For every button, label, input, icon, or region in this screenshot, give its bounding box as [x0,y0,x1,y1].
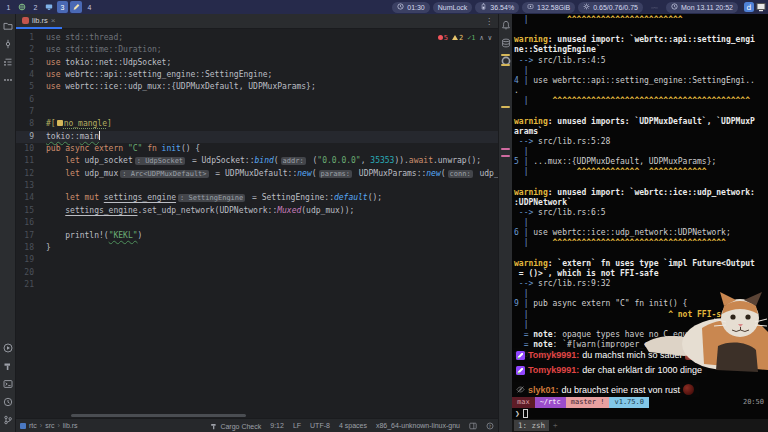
terminal-line [514,106,768,116]
cpu-graph-module [646,2,663,13]
code-line-7[interactable]: 7 [16,106,498,118]
run-tool-icon[interactable] [2,342,14,354]
stripe-mark-warning[interactable] [501,54,510,56]
commit-tool-icon[interactable] [2,38,14,50]
stripe-mark-warning[interactable] [501,64,510,66]
folder-tool-icon[interactable] [2,20,14,32]
status-lf[interactable]: LF [293,422,301,429]
status-utf-8[interactable]: UTF-8 [310,422,330,429]
code-line-1[interactable]: 1use std::thread; [16,32,498,44]
help-icon[interactable]: ? [486,422,494,430]
clock-icon [397,3,404,11]
terminal-tool-icon[interactable] [2,378,14,390]
prev-problem-icon[interactable]: ∧ [480,32,484,44]
branch-tool-icon[interactable] [2,414,14,426]
code-line-17[interactable]: 17 println!("KEKL") [16,230,498,242]
prompt-segment: master ! [566,397,610,408]
inspections-widget[interactable]: 5 2 ✓1 ∧ ∨ [438,32,492,44]
breadcrumb-rtc[interactable]: rtc [29,422,37,429]
layout-icon[interactable] [469,422,477,430]
tmux-new-window[interactable]: + [553,421,558,430]
code-line-13[interactable]: 13 [16,180,498,192]
code-line-19[interactable]: 19 [16,254,498,266]
code-line-21[interactable]: 21 [16,279,498,291]
code-line-12[interactable]: 12 let udp_mux: Arc<UDPMuxDefault> = UDP… [16,168,498,180]
code-line-10[interactable]: 10pub async extern "C" fn init() { [16,143,498,155]
next-problem-icon[interactable]: ∨ [488,32,492,44]
terminal-window[interactable]: | ^^^^^^^^^^^^^^^^^^^^^^^^ warning: unus… [512,14,768,432]
display-tray-icon[interactable] [756,2,766,12]
terminal-line: warning: unused import: `webrtc::api::se… [514,35,768,45]
workspace-3-edit-icon[interactable] [70,1,82,13]
workspace-2[interactable]: 2 [30,1,41,13]
svg-text:?: ? [489,423,492,428]
tmux-window-zsh[interactable]: 1: zsh [514,420,549,431]
stripe-mark-warning[interactable] [501,106,510,108]
editor-options-kebab-icon[interactable]: ⋮ [480,17,498,26]
code-line-14[interactable]: 14 let mut settings_engine: SettingEngin… [16,192,498,204]
workspace-4[interactable]: 4 [84,1,95,13]
intention-bulb-icon[interactable] [57,120,63,126]
workspace-list: 1234 [0,1,96,13]
line-number: 21 [16,279,46,291]
terminal-cursor [523,409,528,418]
terminal-line: | ^^^^^^^^^^^^^^^^^^^^^^^^^^^^^^^^^^^^^^… [514,96,768,106]
tab-close-icon[interactable]: × [51,16,56,25]
numlock-module-text: NumLock [438,4,468,11]
code-line-8[interactable]: 8#[no_mangle] [16,118,498,130]
db-tool-icon[interactable] [500,37,512,49]
breadcrumb-src[interactable]: src [45,422,54,429]
discord-tray-icon[interactable]: d [744,2,754,12]
code-line-5[interactable]: 5use webrtc::ice::udp_mux::{UDPMuxDefaul… [16,81,498,93]
line-number: 13 [16,180,46,192]
code-line-15[interactable]: 15 settings_engine.set_udp_network(UDPNe… [16,205,498,217]
code-line-11[interactable]: 11 let udp_socket: UdpSocket = UdpSocket… [16,155,498,167]
terminal-line: | ^^^^^^^^^^^^^^^^^^^^^^^^ [514,15,768,25]
bell-tool-icon[interactable] [500,19,512,31]
code-line-3[interactable]: 3use tokio::net::UdpSocket; [16,57,498,69]
history-tool-icon[interactable] [2,396,14,408]
code-line-16[interactable]: 16 [16,217,498,229]
battery-icon [480,3,487,11]
line-number: 10 [16,143,46,155]
more-tool-icon[interactable] [2,74,14,86]
code-line-20[interactable]: 20 [16,267,498,279]
svg-text:d: d [747,3,752,12]
project-icon [20,423,26,429]
tab-lib-rs[interactable]: lib.rs × [16,14,62,29]
ide-right-toolbar [498,14,512,432]
code-line-4[interactable]: 4use webrtc::api::setting_engine::Settin… [16,69,498,81]
error-count[interactable]: 5 [438,32,448,44]
terminal-line: ne::SettingEngine` [514,45,768,55]
status-cargo-check[interactable]: Cargo Check [210,422,261,430]
code-line-6[interactable]: 6 [16,94,498,106]
ok-count[interactable]: ✓1 [467,32,475,44]
statusbar-modules: 01:30NumLock36.54%132.58GiB0.65/0.76/0.7… [392,2,768,13]
shell-prompt-line[interactable]: ❯ [515,408,528,419]
terminal-line: | [514,147,768,157]
warning-count[interactable]: 2 [452,32,463,44]
line-number: 14 [16,192,46,204]
disk-module: 132.58GiB [522,2,575,13]
code-editor[interactable]: 5 2 ✓1 ∧ ∨ 1use std::thread;2use std::ti… [16,29,498,418]
code-line-2[interactable]: 2use std::time::Duration; [16,44,498,56]
code-line-9[interactable]: 9tokio::main [16,131,498,143]
terminal-line: 4 | use webrtc::api::setting_engine::Set… [514,76,768,86]
workspace-3[interactable]: 3 [57,1,68,13]
line-number: 20 [16,267,46,279]
stripe-mark-error[interactable] [501,148,510,150]
structure-tool-icon[interactable] [2,56,14,68]
breadcrumb-lib.rs[interactable]: lib.rs [63,422,78,429]
workspace-1-globe-icon[interactable] [16,1,28,13]
stripe-mark-error[interactable] [501,155,510,157]
gear-icon [583,3,590,11]
terminal-line: :UDPNetwork` [514,198,768,208]
status-4-spaces[interactable]: 4 spaces [339,422,367,429]
status-x86-64-unknown-linux-gnu[interactable]: x86_64-unknown-linux-gnu [376,422,460,429]
workspace-2-monitor-icon[interactable] [43,1,55,13]
code-line-18[interactable]: 18} [16,242,498,254]
status-9-12[interactable]: 9:12 [270,422,284,429]
workspace-1[interactable]: 1 [3,1,14,13]
horizontal-scrollbar[interactable] [71,414,246,417]
build-tool-icon[interactable] [2,360,14,372]
